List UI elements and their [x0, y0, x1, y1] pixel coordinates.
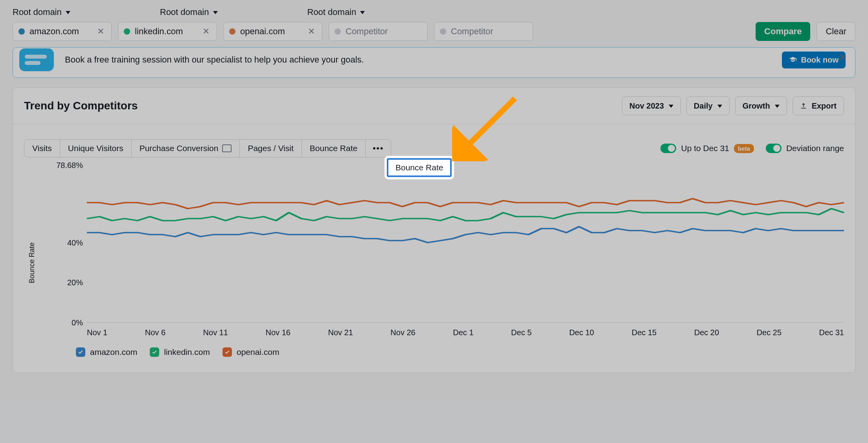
card-header: Trend by Competitors Nov 2023 Daily Grow… — [13, 88, 855, 124]
beta-badge: beta — [734, 144, 754, 153]
app-frame: Root domain Root domain Root domain amaz… — [0, 0, 868, 443]
series-color-dot — [440, 28, 446, 35]
tab-purchase-conversion[interactable]: Purchase Conversion — [132, 140, 240, 157]
series-color-dot — [229, 28, 235, 35]
legend-item[interactable]: linkedin.com — [150, 347, 210, 357]
competitor-domain: openai.com — [240, 26, 302, 37]
chevron-down-icon — [213, 11, 218, 14]
x-tick: Nov 26 — [390, 328, 415, 337]
competitor-input[interactable]: Competitor — [434, 22, 533, 41]
x-tick: Dec 5 — [511, 328, 531, 337]
competitor-chip[interactable]: openai.com ✕ — [223, 22, 322, 41]
svg-rect-1 — [25, 55, 47, 59]
chevron-down-icon — [775, 105, 780, 108]
checkbox-checked-icon — [150, 347, 159, 357]
annotation-highlight: Bounce Rate — [387, 158, 452, 177]
clear-button[interactable]: Clear — [817, 22, 855, 41]
toggle-deviation-range[interactable]: Deviation range — [766, 144, 844, 153]
x-tick: Dec 25 — [757, 328, 782, 337]
series-color-dot — [335, 28, 341, 35]
line-chart[interactable]: 78.68% 40% 20% 0% — [87, 165, 844, 323]
chevron-down-icon — [66, 11, 70, 14]
switch-on-icon — [660, 144, 676, 153]
checkbox-checked-icon — [223, 347, 232, 357]
x-tick: Dec 31 — [819, 328, 844, 337]
competitor-input[interactable]: Competitor — [329, 22, 428, 41]
chart-series-line — [87, 209, 844, 221]
tab-visits[interactable]: Visits — [24, 140, 60, 157]
close-icon[interactable]: ✕ — [839, 52, 847, 64]
tab-bounce-rate[interactable]: Bounce Rate — [302, 140, 366, 157]
competitor-placeholder: Competitor — [451, 26, 527, 37]
tab-unique-visitors[interactable]: Unique Visitors — [60, 140, 132, 157]
graduation-cap-icon — [789, 56, 797, 64]
y-tick: 40% — [49, 238, 83, 247]
competitor-domain: amazon.com — [29, 26, 91, 37]
remove-competitor-icon[interactable]: ✕ — [201, 27, 211, 36]
competitor-placeholder: Competitor — [346, 26, 422, 37]
chart-area: Bounce Rate 78.68% 40% 20% 0% Nov 1Nov 6… — [13, 157, 855, 373]
competitor-chip-row: amazon.com ✕ linkedin.com ✕ openai.com ✕… — [13, 22, 855, 41]
x-tick: Nov 11 — [203, 328, 228, 337]
remove-competitor-icon[interactable]: ✕ — [306, 27, 316, 36]
promo-banner-text: Book a free training session with our sp… — [65, 55, 774, 65]
promo-banner: Book a free training session with our sp… — [13, 47, 855, 78]
card-header-controls: Nov 2023 Daily Growth Export — [622, 96, 844, 115]
period-select[interactable]: Nov 2023 — [622, 96, 681, 115]
y-tick: 0% — [49, 318, 83, 327]
toggle-up-to-date[interactable]: Up to Dec 31 beta — [660, 144, 754, 153]
switch-on-icon — [766, 144, 782, 153]
checkbox-checked-icon — [76, 347, 85, 357]
book-now-button[interactable]: Book now — [782, 52, 846, 68]
ellipsis-icon: ••• — [373, 144, 384, 153]
card-title: Trend by Competitors — [24, 100, 138, 112]
upload-icon — [800, 102, 807, 109]
legend-item[interactable]: amazon.com — [76, 347, 137, 357]
root-domain-dropdown-1[interactable]: Root domain — [13, 7, 70, 17]
y-tick: 20% — [49, 278, 83, 287]
root-domain-dropdown-3[interactable]: Root domain — [307, 7, 365, 17]
chevron-down-icon — [717, 105, 722, 108]
metric-and-toggle-row: Visits Unique Visitors Purchase Conversi… — [13, 124, 855, 157]
competitor-domain: linkedin.com — [135, 26, 196, 37]
root-domain-label: Root domain — [13, 7, 62, 17]
x-tick: Nov 21 — [328, 328, 353, 337]
y-axis-label: Bounce Rate — [28, 242, 36, 283]
chevron-down-icon — [360, 11, 365, 14]
x-tick: Dec 1 — [453, 328, 473, 337]
remove-competitor-icon[interactable]: ✕ — [96, 27, 106, 36]
tab-pages-per-visit[interactable]: Pages / Visit — [240, 140, 302, 157]
desktop-icon — [222, 144, 232, 152]
compare-button[interactable]: Compare — [756, 22, 810, 41]
competitor-input-bar: Root domain Root domain Root domain amaz… — [0, 0, 868, 47]
chart-legend: amazon.com linkedin.com openai.com — [48, 337, 844, 369]
series-color-dot — [18, 28, 25, 35]
granularity-select[interactable]: Daily — [686, 96, 730, 115]
training-illustration-icon — [18, 48, 57, 72]
root-domain-label: Root domain — [160, 7, 209, 17]
metric-tabs: Visits Unique Visitors Purchase Conversi… — [24, 139, 391, 157]
x-tick: Dec 20 — [694, 328, 719, 337]
mode-select[interactable]: Growth — [735, 96, 787, 115]
export-button[interactable]: Export — [793, 96, 844, 115]
x-tick: Nov 1 — [87, 328, 107, 337]
x-tick: Dec 15 — [632, 328, 657, 337]
chevron-down-icon — [669, 105, 673, 108]
root-domain-label: Root domain — [307, 7, 357, 17]
competitor-chip[interactable]: amazon.com ✕ — [13, 22, 112, 41]
x-tick: Nov 16 — [266, 328, 291, 337]
promo-banner-wrap: Book a free training session with our sp… — [0, 47, 868, 78]
root-domain-dropdown-2[interactable]: Root domain — [160, 7, 218, 17]
root-domain-label-row: Root domain Root domain Root domain — [13, 7, 855, 17]
tab-more[interactable]: ••• — [366, 140, 391, 157]
x-tick: Nov 6 — [145, 328, 166, 337]
legend-item[interactable]: openai.com — [223, 347, 280, 357]
y-tick: 78.68% — [49, 161, 83, 170]
x-axis-ticks: Nov 1Nov 6Nov 11Nov 16Nov 21Nov 26Dec 1D… — [87, 328, 844, 337]
svg-rect-0 — [19, 48, 54, 71]
chart-series-line — [87, 227, 844, 243]
x-tick: Dec 10 — [569, 328, 594, 337]
competitor-chip[interactable]: linkedin.com ✕ — [118, 22, 217, 41]
chart-series-line — [87, 199, 844, 209]
chart-option-toggles: Up to Dec 31 beta Deviation range — [660, 144, 844, 153]
